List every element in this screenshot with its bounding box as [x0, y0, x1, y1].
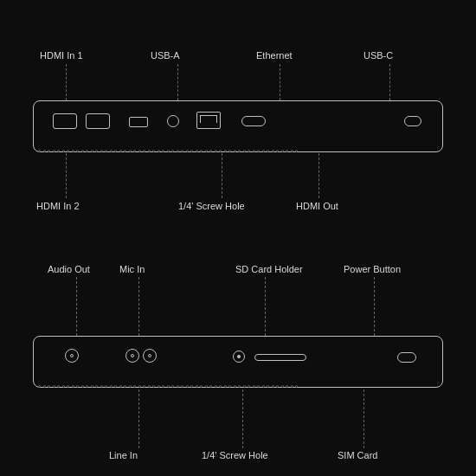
vent-dot [81, 385, 84, 388]
vent-dot [67, 385, 69, 388]
vent-dot [196, 150, 198, 152]
vent-dot [295, 385, 298, 388]
vent-dot [171, 150, 174, 152]
vent-dot [253, 385, 255, 388]
dline-mic-in-above [138, 277, 139, 336]
dline-ethernet-above [280, 64, 280, 100]
vent-dot [281, 150, 284, 152]
vent-dot [228, 385, 231, 388]
vent-dot [276, 150, 279, 152]
vent-dot [238, 150, 241, 152]
dline-power-above [374, 277, 375, 336]
vent-dot [262, 385, 265, 388]
vent-dot [253, 150, 255, 152]
vent-dot [215, 385, 217, 388]
vent-dot [62, 150, 65, 152]
dline-hdmiout-below [318, 153, 319, 198]
vent-dot [48, 150, 50, 152]
label-sim-card: SIM Card [338, 450, 377, 460]
dline-audio-out-above [76, 277, 77, 336]
port-usb-a [129, 117, 148, 127]
vent-dot [167, 385, 170, 388]
vent-dot [133, 150, 136, 152]
label-hdmi-out: HDMI Out [296, 201, 338, 211]
vent-dot [190, 385, 193, 388]
vent-dot [243, 150, 246, 152]
port-hdmi-in-1 [53, 113, 77, 129]
vent-dot [57, 385, 60, 388]
vent-dots-top [38, 147, 438, 154]
vent-dot [257, 385, 260, 388]
dline-sd-above [265, 277, 266, 336]
vent-dot [219, 150, 222, 152]
label-usb-a: USB-A [151, 50, 180, 61]
vent-dot [148, 150, 151, 152]
device-diagram: HDMI In 1 USB-A Ethernet USB-C [0, 0, 476, 476]
vent-dot [148, 385, 151, 388]
vent-dot [143, 385, 145, 388]
vent-dot [138, 150, 141, 152]
vent-dot [291, 150, 293, 152]
vent-dot [171, 385, 174, 388]
label-ethernet: Ethernet [256, 50, 293, 61]
label-line-in: Line In [109, 450, 138, 460]
vent-dot [158, 385, 160, 388]
vent-dot [234, 385, 236, 388]
vent-dot [114, 150, 117, 152]
vent-dot [119, 385, 122, 388]
port-usb-c-1 [241, 116, 266, 126]
vent-dot [110, 385, 113, 388]
dline-screw-bottom-below [242, 389, 243, 448]
vent-dot [181, 150, 183, 152]
vent-dots-bottom [38, 383, 438, 389]
vent-dot [186, 150, 189, 152]
vent-dot [110, 150, 113, 152]
device-bottom-body [33, 336, 443, 388]
vent-dot [262, 150, 265, 152]
dline-usbc-above [389, 64, 390, 100]
port-sd-slot [254, 354, 306, 361]
vent-dot [219, 385, 222, 388]
vent-dot [224, 150, 227, 152]
label-usb-c: USB-C [363, 50, 393, 61]
vent-dot [114, 385, 117, 388]
vent-dot [228, 150, 231, 152]
port-mic-in-1-inner [131, 354, 134, 357]
vent-dot [129, 385, 132, 388]
vent-dot [86, 385, 88, 388]
label-audio-out: Audio Out [48, 264, 90, 274]
vent-dot [138, 385, 141, 388]
port-power-btn [397, 352, 416, 363]
vent-dot [91, 150, 93, 152]
vent-dot [86, 150, 88, 152]
vent-dot [100, 150, 103, 152]
dline-hdmi1-above [66, 64, 67, 100]
label-hdmi-in-1: HDMI In 1 [40, 50, 83, 61]
vent-dot [190, 150, 193, 152]
vent-dot [38, 385, 41, 388]
vent-dot [62, 385, 65, 388]
vent-dot [72, 385, 74, 388]
vent-dot [177, 385, 179, 388]
vent-dot [272, 385, 274, 388]
vent-dot [238, 385, 241, 388]
vent-dot [48, 385, 50, 388]
vent-dot [224, 385, 227, 388]
vent-dot [167, 150, 170, 152]
vent-dot [286, 150, 288, 152]
vent-dot [215, 150, 217, 152]
vent-dot [186, 385, 189, 388]
vent-dot [196, 385, 198, 388]
label-screw-hole-bottom: 1/4' Screw Hole [202, 450, 268, 460]
vent-dot [257, 150, 260, 152]
vent-dot [158, 150, 160, 152]
port-usb-c-2 [404, 116, 421, 126]
dline-sim-below [363, 389, 364, 448]
vent-dot [91, 385, 93, 388]
vent-dot [152, 150, 155, 152]
vent-dot [181, 385, 183, 388]
port-mic-in-2-inner [148, 354, 151, 357]
label-hdmi-in-2: HDMI In 2 [36, 201, 80, 211]
dline-line-in-below [138, 389, 139, 448]
vent-dot [162, 150, 164, 152]
